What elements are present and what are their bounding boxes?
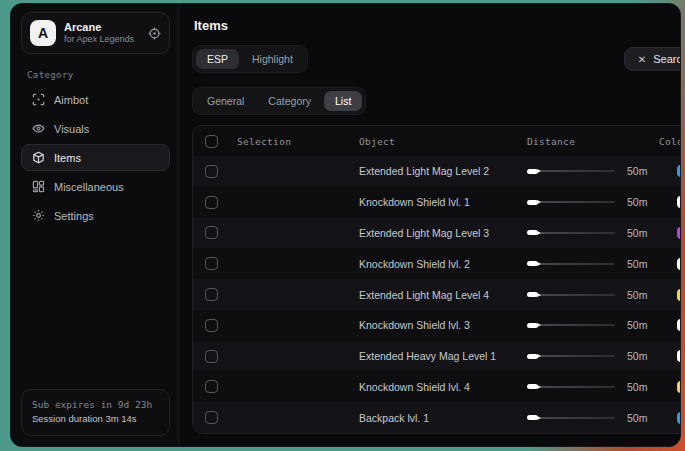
table-row: Extended Light Mag Level 250m — [193, 156, 681, 187]
gear-icon — [31, 209, 45, 222]
sidebar-item-visuals[interactable]: Visuals — [21, 115, 170, 142]
color-swatch[interactable] — [677, 412, 681, 424]
column-header-distance: Distance — [527, 136, 619, 147]
sidebar-item-label: Settings — [54, 210, 94, 222]
table-row: Extended Light Mag Level 350m — [193, 218, 681, 249]
grid-icon — [31, 180, 45, 193]
sidebar-item-aimbot[interactable]: Aimbot — [21, 86, 170, 113]
slider-track[interactable] — [539, 386, 615, 388]
table-header-row: Selection Object Distance Color — [193, 126, 681, 156]
row-checkbox[interactable] — [205, 350, 218, 363]
row-checkbox[interactable] — [205, 319, 218, 332]
distance-value: 50m — [619, 227, 659, 239]
slider-handle[interactable] — [527, 200, 538, 205]
color-swatch[interactable] — [677, 227, 681, 239]
row-checkbox[interactable] — [205, 380, 218, 393]
slider-track[interactable] — [539, 355, 615, 357]
category-section-label: Category — [27, 70, 166, 80]
distance-value: 50m — [619, 319, 659, 331]
tab-highlight[interactable]: Highlight — [241, 49, 304, 69]
row-checkbox[interactable] — [205, 257, 218, 270]
tab-esp[interactable]: ESP — [196, 49, 239, 69]
row-checkbox[interactable] — [205, 196, 218, 209]
slider-track[interactable] — [539, 170, 615, 172]
object-name: Extended Light Mag Level 3 — [359, 227, 527, 239]
object-name: Extended Light Mag Level 4 — [359, 289, 527, 301]
object-name: Extended Heavy Mag Level 1 — [359, 350, 527, 362]
distance-value: 50m — [619, 196, 659, 208]
tab-list[interactable]: List — [324, 91, 362, 111]
package-icon — [31, 151, 45, 164]
distance-value: 50m — [619, 381, 659, 393]
sidebar-item-label: Visuals — [54, 123, 89, 135]
sidebar-nav: AimbotVisualsItemsMiscellaneousSettings — [21, 86, 170, 229]
row-checkbox[interactable] — [205, 165, 218, 178]
distance-slider[interactable] — [527, 292, 615, 297]
slider-track[interactable] — [539, 263, 615, 265]
tab-general[interactable]: General — [196, 91, 255, 111]
select-all-checkbox[interactable] — [205, 135, 218, 148]
slider-track[interactable] — [539, 417, 615, 419]
sidebar-item-miscellaneous[interactable]: Miscellaneous — [21, 173, 170, 200]
color-swatch[interactable] — [677, 289, 681, 301]
app-window: A Arcane for Apex Legends Category Aimbo… — [10, 3, 681, 447]
slider-track[interactable] — [539, 201, 615, 203]
slider-track[interactable] — [539, 324, 615, 326]
sub-expires-text: Sub expires in 9d 23h — [32, 398, 159, 413]
object-name: Knockdown Shield lvl. 4 — [359, 381, 527, 393]
sidebar-item-settings[interactable]: Settings — [21, 202, 170, 229]
color-swatch[interactable] — [677, 258, 681, 270]
slider-handle[interactable] — [527, 230, 538, 235]
distance-slider[interactable] — [527, 200, 615, 205]
table-row: Extended Heavy Mag Level 150m — [193, 341, 681, 372]
slider-handle[interactable] — [527, 354, 538, 359]
color-swatch[interactable] — [677, 381, 681, 393]
distance-slider[interactable] — [527, 230, 615, 235]
column-header-color: Color — [659, 136, 681, 147]
table-row: Knockdown Shield lvl. 250m — [193, 248, 681, 279]
distance-slider[interactable] — [527, 323, 615, 328]
main-panel: Items ESPHighlight ✕ Search GeneralCateg… — [179, 4, 681, 446]
distance-value: 50m — [619, 412, 659, 424]
session-duration-text: Session duration 3m 14s — [32, 412, 159, 427]
eye-icon — [31, 122, 45, 135]
distance-slider[interactable] — [527, 415, 615, 420]
color-swatch[interactable] — [677, 196, 681, 208]
distance-value: 50m — [619, 258, 659, 270]
column-header-object: Object — [359, 136, 527, 147]
search-button-label: Search — [653, 53, 681, 65]
slider-handle[interactable] — [527, 261, 538, 266]
tab-category[interactable]: Category — [257, 91, 322, 111]
slider-track[interactable] — [539, 294, 615, 296]
object-name: Backpack lvl. 1 — [359, 412, 527, 424]
sidebar: A Arcane for Apex Legends Category Aimbo… — [11, 4, 179, 446]
app-logo: A — [30, 20, 56, 46]
crosshair-icon — [31, 93, 45, 106]
slider-track[interactable] — [539, 232, 615, 234]
object-name: Knockdown Shield lvl. 3 — [359, 319, 527, 331]
app-header-card: A Arcane for Apex Legends — [21, 12, 170, 54]
row-checkbox[interactable] — [205, 411, 218, 424]
row-checkbox[interactable] — [205, 226, 218, 239]
distance-slider[interactable] — [527, 169, 615, 174]
color-swatch[interactable] — [677, 350, 681, 362]
search-button[interactable]: ✕ Search — [624, 47, 681, 71]
column-header-selection: Selection — [237, 136, 359, 147]
target-icon[interactable] — [148, 27, 161, 40]
slider-handle[interactable] — [527, 415, 538, 420]
slider-handle[interactable] — [527, 292, 538, 297]
slider-handle[interactable] — [527, 169, 538, 174]
color-swatch[interactable] — [677, 319, 681, 331]
color-swatch[interactable] — [677, 165, 681, 177]
distance-slider[interactable] — [527, 354, 615, 359]
distance-value: 50m — [619, 289, 659, 301]
items-table: Selection Object Distance Color Extended… — [192, 125, 681, 434]
sidebar-item-items[interactable]: Items — [21, 144, 170, 171]
distance-slider[interactable] — [527, 384, 615, 389]
page-title: Items — [194, 18, 681, 33]
row-checkbox[interactable] — [205, 288, 218, 301]
slider-handle[interactable] — [527, 323, 538, 328]
object-name: Extended Light Mag Level 2 — [359, 165, 527, 177]
slider-handle[interactable] — [527, 384, 538, 389]
distance-slider[interactable] — [527, 261, 615, 266]
